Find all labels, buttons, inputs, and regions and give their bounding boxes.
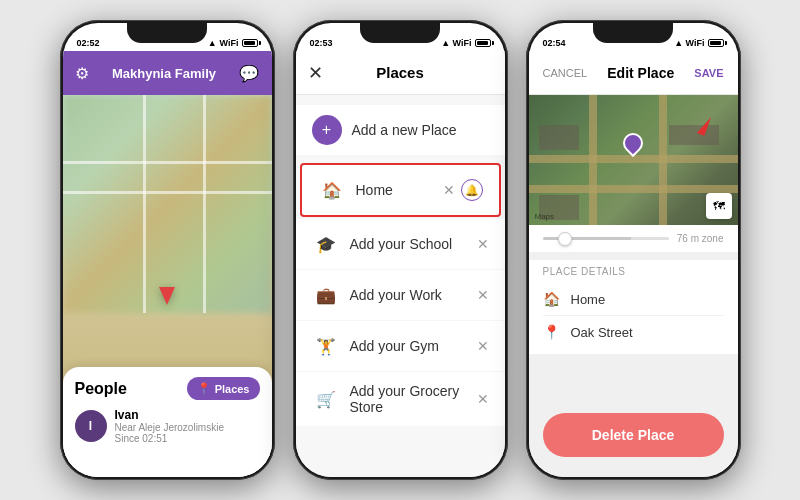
phone-2: 02:53 ▲ WiFi ✕ Places + Add a new Place — [293, 20, 508, 480]
battery-3 — [708, 39, 724, 47]
places-btn-label: Places — [215, 383, 250, 395]
school-label: Add your School — [350, 236, 467, 252]
place-row-gym[interactable]: 🏋 Add your Gym ✕ — [296, 321, 505, 371]
place-details-header: Place details — [543, 266, 724, 277]
place-address-row[interactable]: 📍 Oak Street — [543, 316, 724, 348]
add-place-row[interactable]: + Add a new Place — [296, 105, 505, 155]
places-list: + Add a new Place 🏠 Home ✕ 🔔 🎓 Add your … — [296, 95, 505, 477]
person-location: Near Aleje Jerozolimskie — [115, 422, 260, 433]
places-screen-title: Places — [376, 64, 424, 81]
sat-building-1 — [539, 125, 579, 150]
message-icon[interactable]: 💬 — [239, 64, 259, 83]
close-button[interactable]: ✕ — [308, 64, 323, 82]
radius-thumb — [558, 232, 572, 246]
place-name-text: Home — [571, 292, 606, 307]
home-notify-icon[interactable]: 🔔 — [461, 179, 483, 201]
edit-place-title: Edit Place — [607, 65, 674, 81]
close-icon: ✕ — [308, 63, 323, 83]
people-title: People — [75, 380, 127, 398]
notch-1 — [127, 23, 207, 43]
place-details-section: Place details 🏠 Home 📍 Oak Street — [529, 260, 738, 354]
places-button[interactable]: 📍 Places — [187, 377, 260, 400]
place-row-work[interactable]: 💼 Add your Work ✕ — [296, 270, 505, 320]
cancel-button[interactable]: CANCEL — [543, 67, 588, 79]
gym-label: Add your Gym — [350, 338, 467, 354]
notch-2 — [360, 23, 440, 43]
place-name-row[interactable]: 🏠 Home — [543, 283, 724, 316]
save-button[interactable]: SAVE — [694, 67, 723, 79]
sat-building-2 — [669, 125, 719, 145]
work-icon: 💼 — [312, 281, 340, 309]
road-v1 — [143, 95, 146, 313]
places-nav-bar: ✕ Places — [296, 51, 505, 95]
person-name: Ivan — [115, 408, 260, 422]
layers-button[interactable]: 🗺 — [706, 193, 732, 219]
grocery-remove-icon[interactable]: ✕ — [477, 391, 489, 407]
time-2: 02:53 — [310, 38, 333, 48]
status-icons-1: ▲ WiFi — [208, 38, 258, 48]
home-icon: 🏠 — [318, 176, 346, 204]
person-info: Ivan Near Aleje Jerozolimskie Since 02:5… — [115, 408, 260, 444]
school-remove-icon[interactable]: ✕ — [477, 236, 489, 252]
edit-place-screen: CANCEL Edit Place SAVE Maps � — [529, 51, 738, 477]
radius-bar: 76 m zone — [529, 225, 738, 252]
battery-2 — [475, 39, 491, 47]
home-actions: ✕ 🔔 — [443, 179, 483, 201]
gear-icon[interactable]: ⚙ — [75, 64, 89, 83]
time-3: 02:54 — [543, 38, 566, 48]
gym-icon: 🏋 — [312, 332, 340, 360]
notch-3 — [593, 23, 673, 43]
school-icon: 🎓 — [312, 230, 340, 258]
delete-section: Delete Place — [529, 354, 738, 477]
status-icons-2: ▲ WiFi — [441, 38, 490, 48]
radius-label: 76 m zone — [677, 233, 724, 244]
grocery-label: Add your Grocery Store — [350, 383, 467, 415]
people-header: People 📍 Places — [75, 377, 260, 400]
edit-nav-bar: CANCEL Edit Place SAVE — [529, 51, 738, 95]
map-arrow — [159, 287, 175, 305]
person-since: Since 02:51 — [115, 433, 260, 444]
sat-road-v2 — [659, 95, 667, 225]
road-h1 — [63, 161, 272, 164]
home-label: Home — [356, 182, 433, 198]
add-place-label: Add a new Place — [352, 122, 457, 138]
phone-3: 02:54 ▲ WiFi CANCEL Edit Place SAVE — [526, 20, 741, 480]
status-icons-3: ▲ WiFi — [674, 38, 723, 48]
home-remove-icon[interactable]: ✕ — [443, 182, 455, 198]
avatar: I — [75, 410, 107, 442]
road-h2 — [63, 191, 272, 194]
family-title: Makhynia Family — [112, 66, 216, 81]
map-pin — [619, 129, 647, 157]
delete-place-button[interactable]: Delete Place — [543, 413, 724, 457]
place-row-grocery[interactable]: 🛒 Add your Grocery Store ✕ — [296, 372, 505, 426]
road-v2 — [203, 95, 206, 313]
places-screen: ✕ Places + Add a new Place 🏠 Home ✕ 🔔 — [296, 51, 505, 477]
gym-remove-icon[interactable]: ✕ — [477, 338, 489, 354]
map-overlay — [63, 95, 272, 313]
home-detail-icon: 🏠 — [543, 291, 561, 307]
place-address-text: Oak Street — [571, 325, 633, 340]
work-remove-icon[interactable]: ✕ — [477, 287, 489, 303]
person-row: I Ivan Near Aleje Jerozolimskie Since 02… — [75, 408, 260, 444]
sat-road-v1 — [589, 95, 597, 225]
grocery-icon: 🛒 — [312, 385, 340, 413]
maps-watermark: Maps — [535, 212, 555, 221]
place-row-school[interactable]: 🎓 Add your School ✕ — [296, 219, 505, 269]
location-detail-icon: 📍 — [543, 324, 561, 340]
satellite-map: Maps 🗺 — [529, 95, 738, 225]
people-panel: People 📍 Places I Ivan Near Aleje Jerozo… — [63, 367, 272, 477]
phone-1: 02:52 ▲ WiFi ⚙ Makhynia Family 💬 — [60, 20, 275, 480]
time-1: 02:52 — [77, 38, 100, 48]
places-icon: 📍 — [197, 382, 211, 395]
place-row-home[interactable]: 🏠 Home ✕ 🔔 — [300, 163, 501, 217]
map-header: ⚙ Makhynia Family 💬 — [63, 51, 272, 95]
sat-road-h2 — [529, 185, 738, 193]
work-label: Add your Work — [350, 287, 467, 303]
radius-slider[interactable] — [543, 237, 669, 240]
battery-1 — [242, 39, 258, 47]
add-icon: + — [312, 115, 342, 145]
